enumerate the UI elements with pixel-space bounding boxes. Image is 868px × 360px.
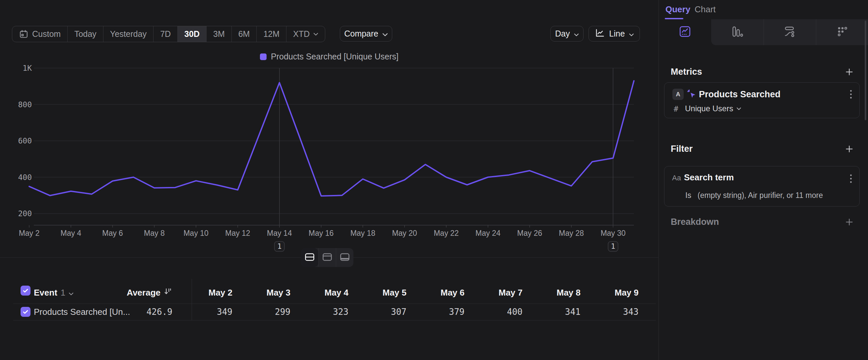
compare-label: Compare	[344, 29, 378, 38]
series-letter-badge: A	[672, 89, 684, 100]
x-axis-label: May 12	[225, 229, 250, 238]
range-3m[interactable]: 3M	[206, 26, 231, 42]
sidebar-scrollbar[interactable]	[865, 21, 866, 120]
chart-legend: Products Searched [Unique Users]	[0, 52, 658, 61]
check-icon	[22, 287, 29, 294]
report-tab-insights[interactable]	[659, 19, 711, 45]
insights-chart-icon	[678, 25, 692, 39]
property-type-icon: Aa	[672, 174, 681, 182]
range-12m[interactable]: 12M	[256, 26, 286, 42]
range-label: Yesterday	[110, 29, 147, 39]
legend-label: Products Searched [Unique Users]	[271, 52, 399, 61]
average-header-label: Average	[127, 287, 160, 298]
average-column-header[interactable]: Average	[99, 282, 173, 304]
chart-type-label: Line	[609, 29, 625, 38]
report-tab-flows[interactable]	[764, 19, 816, 45]
flows-icon	[783, 25, 797, 39]
chevron-down-icon	[313, 32, 318, 36]
x-axis-label: May 14	[267, 229, 292, 238]
range-30d[interactable]: 30D	[177, 26, 206, 42]
range-label: 6M	[238, 29, 250, 39]
y-axis-label: 200	[18, 209, 32, 218]
chart-line-series	[29, 81, 634, 196]
filter-section-header: Filter	[671, 143, 854, 155]
range-7d[interactable]: 7D	[153, 26, 177, 42]
range-today[interactable]: Today	[67, 26, 103, 42]
x-axis-label: May 22	[434, 229, 459, 238]
layout-split-icon	[305, 253, 315, 263]
range-custom[interactable]: Custom	[12, 26, 67, 42]
x-axis-label: May 6	[102, 229, 123, 238]
range-label: XTD	[293, 29, 310, 39]
table-cell: 323	[308, 304, 348, 320]
legend-swatch	[260, 53, 267, 60]
event-count: 1	[61, 287, 65, 298]
x-axis-label: May 28	[559, 229, 584, 238]
table-cell: 343	[598, 304, 639, 320]
breakdown-section-header: Breakdown	[671, 216, 854, 228]
annotation-badge-label: 1	[277, 242, 281, 250]
tab-query[interactable]: Query	[665, 0, 690, 19]
add-breakdown-button[interactable]	[845, 218, 854, 226]
layout-split-button[interactable]	[301, 248, 318, 267]
row-checkbox[interactable]	[21, 307, 31, 317]
range-xtd[interactable]: XTD	[286, 26, 325, 42]
filter-values[interactable]: (empty string), Air purifier, or 11 more	[698, 191, 823, 200]
x-axis-label: May 2	[19, 229, 40, 238]
range-label: 30D	[184, 29, 199, 39]
compare-button[interactable]: Compare	[340, 26, 392, 41]
event-sparkle-icon	[686, 89, 698, 101]
dots-grid-icon	[836, 25, 849, 39]
layout-top-icon	[322, 253, 332, 263]
table-cell: 299	[250, 304, 290, 320]
table-bottom-border	[13, 320, 656, 321]
add-filter-button[interactable]	[845, 144, 854, 154]
x-axis-label: May 30	[600, 229, 625, 238]
table-cell: 379	[424, 304, 465, 320]
layout-top-button[interactable]	[318, 248, 336, 267]
column-header: May 6	[424, 282, 465, 304]
tab-query-label: Query	[665, 4, 690, 14]
column-header: May 3	[250, 282, 290, 304]
metric-event-name: Products Searched	[699, 89, 780, 100]
chevron-down-icon	[736, 107, 741, 110]
line-chart: 1K800600400200May 2May 4May 6May 8May 10…	[13, 63, 643, 259]
event-header-label: Event	[34, 287, 57, 298]
report-tab-funnels[interactable]	[711, 19, 764, 45]
table-cell: 400	[482, 304, 523, 320]
column-header: May 9	[598, 282, 639, 304]
x-axis-label: May 16	[309, 229, 334, 238]
metrics-section-header: Metrics	[671, 66, 854, 78]
column-header: May 8	[540, 282, 581, 304]
add-metric-button[interactable]	[845, 67, 854, 76]
x-axis-label: May 24	[475, 229, 501, 238]
query-sidebar: Query Chart Metrics A	[658, 0, 868, 360]
line-chart-icon	[594, 28, 605, 40]
range-6m[interactable]: 6M	[231, 26, 257, 42]
chevron-down-icon	[69, 287, 73, 298]
filter-card[interactable]: Aa Search term Is (empty string), Air pu…	[664, 166, 860, 206]
select-all-checkbox[interactable]	[21, 286, 31, 296]
x-axis-label: May 20	[392, 229, 417, 238]
aggregation-label: Unique Users	[685, 104, 733, 113]
filter-property-name: Search term	[684, 172, 734, 183]
range-yesterday[interactable]: Yesterday	[103, 26, 153, 42]
event-column-header[interactable]: Event 1	[34, 282, 73, 304]
granularity-button[interactable]: Day	[550, 26, 584, 41]
chart-type-button[interactable]: Line	[589, 26, 640, 41]
layout-bottom-button[interactable]	[336, 248, 353, 267]
x-axis-label: May 8	[144, 229, 165, 238]
tab-chart-label: Chart	[694, 4, 716, 14]
filter-menu-button[interactable]	[850, 174, 852, 184]
aggregation-selector[interactable]: Unique Users	[685, 104, 741, 113]
column-header: May 2	[192, 282, 232, 304]
metric-card[interactable]: A Products Searched # Unique Users	[664, 82, 860, 118]
y-axis-label: 800	[18, 100, 32, 109]
report-tab-strip	[711, 19, 868, 45]
tab-chart[interactable]: Chart	[694, 0, 716, 19]
layout-bottom-icon	[340, 253, 350, 263]
column-header: May 7	[482, 282, 523, 304]
report-tab-more[interactable]	[816, 19, 868, 45]
metric-menu-button[interactable]	[850, 89, 852, 99]
x-axis-label: May 10	[183, 229, 208, 238]
